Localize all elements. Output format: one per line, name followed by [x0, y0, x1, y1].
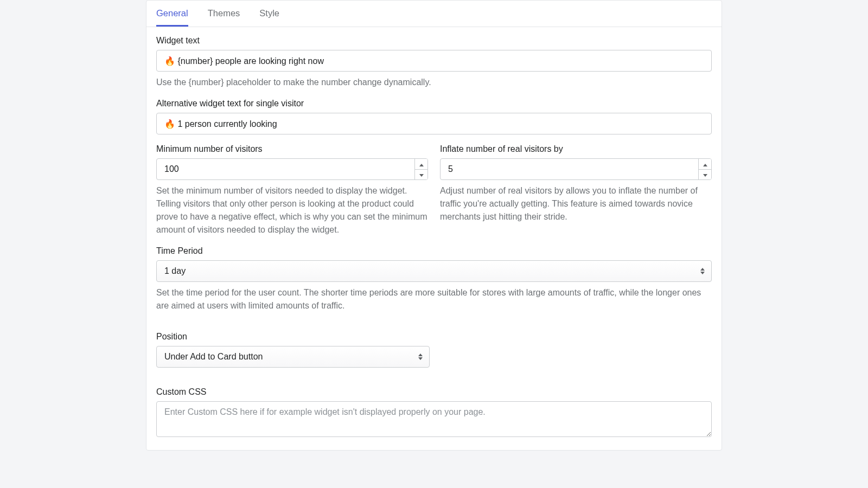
inflate-input[interactable]	[441, 159, 698, 179]
alt-text-input[interactable]	[156, 113, 712, 134]
select-caret-icon	[418, 354, 423, 360]
inflate-up-button[interactable]	[699, 159, 711, 170]
row-min-inflate: Minimum number of visitors	[156, 144, 712, 236]
widget-text-help: Use the {number} placeholder to make the…	[156, 76, 712, 89]
inflate-label: Inflate number of real visitors by	[440, 144, 712, 154]
position-label: Position	[156, 332, 712, 342]
tab-style[interactable]: Style	[259, 1, 279, 27]
field-alt-text: Alternative widget text for single visit…	[156, 99, 712, 134]
min-visitors-down-button[interactable]	[415, 170, 427, 180]
settings-card: General Themes Style Widget text Use the…	[146, 0, 722, 451]
tab-general[interactable]: General	[156, 1, 188, 27]
time-period-label: Time Period	[156, 246, 712, 256]
field-position: Position Under Add to Card button	[156, 332, 712, 368]
min-visitors-stepper	[156, 158, 428, 180]
tabs: General Themes Style	[146, 1, 722, 27]
time-period-help: Set the time period for the user count. …	[156, 286, 712, 312]
field-min-visitors: Minimum number of visitors	[156, 144, 428, 236]
min-visitors-spinners	[414, 159, 427, 179]
time-period-value: 1 day	[164, 266, 186, 276]
alt-text-label: Alternative widget text for single visit…	[156, 99, 712, 108]
time-period-select[interactable]: 1 day	[156, 260, 712, 282]
min-visitors-label: Minimum number of visitors	[156, 144, 428, 154]
custom-css-textarea[interactable]	[156, 401, 712, 437]
inflate-spinners	[698, 159, 711, 179]
inflate-stepper	[440, 158, 712, 180]
position-select[interactable]: Under Add to Card button	[156, 346, 430, 368]
chevron-up-icon	[703, 160, 707, 168]
field-inflate: Inflate number of real visitors by	[440, 144, 712, 236]
inflate-down-button[interactable]	[699, 170, 711, 180]
inflate-help: Adjust number of real visitors by allows…	[440, 184, 712, 223]
tab-themes[interactable]: Themes	[208, 1, 240, 27]
min-visitors-up-button[interactable]	[415, 159, 427, 170]
chevron-down-icon	[419, 170, 424, 178]
field-widget-text: Widget text Use the {number} placeholder…	[156, 36, 712, 89]
widget-text-input[interactable]	[156, 50, 712, 72]
chevron-up-icon	[419, 160, 424, 168]
custom-css-label: Custom CSS	[156, 387, 712, 397]
chevron-down-icon	[703, 170, 707, 178]
field-custom-css: Custom CSS	[156, 387, 712, 439]
min-visitors-help: Set the minimum number of visitors neede…	[156, 184, 428, 236]
select-caret-icon	[700, 268, 705, 274]
widget-text-label: Widget text	[156, 36, 712, 46]
position-value: Under Add to Card button	[164, 352, 263, 362]
field-time-period: Time Period 1 day Set the time period fo…	[156, 246, 712, 312]
min-visitors-input[interactable]	[157, 159, 414, 179]
